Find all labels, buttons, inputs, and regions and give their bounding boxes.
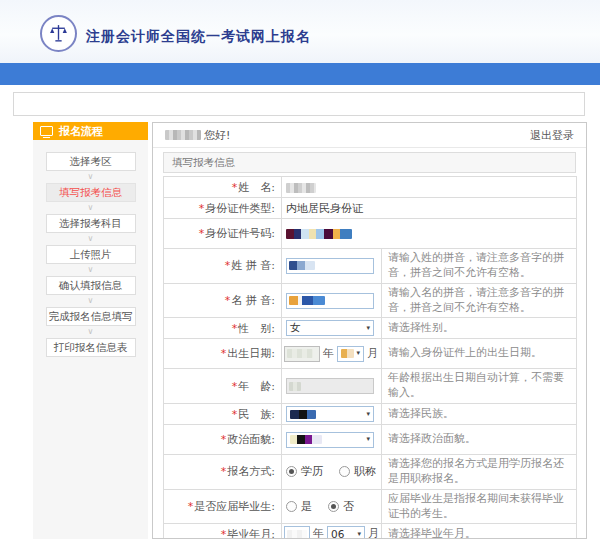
required-asterisk: * — [199, 202, 205, 215]
political-status-select[interactable]: ▾ — [286, 432, 374, 448]
field-label: 名 拼 音: — [231, 294, 275, 307]
unit-month: 月 — [367, 347, 378, 360]
registration-form: *姓 名: *身份证件类型: 内地居民身份证 *身份证件号码: *姓 拼 音: … — [163, 176, 577, 539]
radio-selected-icon — [286, 466, 297, 477]
redacted-name-value — [286, 183, 316, 193]
step-upload-photo[interactable]: 上传照片 — [46, 245, 136, 264]
unit-month: 月 — [368, 527, 379, 539]
chevron-down-icon: ∨ — [88, 264, 94, 276]
radio-title[interactable]: 职称 — [339, 464, 376, 479]
chevron-down-icon: ∨ — [88, 202, 94, 214]
field-hint: 请选择您的报名方式是用学历报名还是用职称报名。 — [382, 455, 577, 490]
step-fill-info[interactable]: 填写报考信息 — [46, 183, 136, 202]
redacted-givenname-pinyin — [289, 296, 325, 305]
birth-month-select[interactable]: ▾ — [337, 346, 364, 362]
radio-no[interactable]: 否 — [328, 499, 354, 514]
graduation-year-input[interactable] — [284, 526, 310, 539]
required-asterisk: * — [221, 465, 227, 478]
step-print-form[interactable]: 打印报名信息表 — [46, 338, 136, 357]
sidebar-title: 报名流程 — [59, 124, 103, 139]
required-asterisk: * — [232, 181, 238, 194]
redacted-ethnicity — [290, 410, 316, 419]
section-title: 填写报考信息 — [163, 152, 576, 173]
surname-pinyin-input[interactable] — [286, 258, 374, 274]
form-row-graduation-date: *毕业年月: 年06▾月 请选择毕业年月。 — [164, 524, 577, 539]
field-label: 是否应届毕业生: — [194, 500, 275, 513]
field-label: 姓 拼 音: — [231, 259, 275, 272]
required-asterisk: * — [221, 433, 227, 446]
dropdown-arrow-icon: ▾ — [357, 531, 361, 538]
main-panel: 您好! 退出登录 填写报考信息 *姓 名: *身份证件类型: 内地居民身份证 *… — [152, 122, 587, 539]
greeting-bar: 您好! 退出登录 — [153, 123, 586, 148]
chevron-down-icon: ∨ — [88, 233, 94, 245]
field-label: 毕业年月: — [227, 528, 275, 539]
form-row-id-type: *身份证件类型: 内地居民身份证 — [164, 198, 577, 219]
id-type-value: 内地居民身份证 — [286, 202, 363, 215]
required-asterisk: * — [225, 259, 231, 272]
dropdown-arrow-icon: ▾ — [356, 350, 360, 357]
empty-toolbar — [13, 92, 585, 116]
required-asterisk: * — [221, 347, 227, 360]
logout-link[interactable]: 退出登录 — [530, 128, 574, 143]
required-asterisk: * — [232, 322, 238, 335]
unit-year: 年 — [313, 527, 324, 539]
required-asterisk: * — [188, 500, 194, 513]
site-header: 注册会计师全国统一考试网上报名 — [0, 0, 600, 63]
ethnicity-select[interactable]: ▾ — [286, 406, 374, 422]
radio-yes[interactable]: 是 — [286, 499, 312, 514]
field-label: 报名方式: — [227, 465, 275, 478]
redacted-username — [165, 130, 201, 140]
redacted-graduation-year — [287, 530, 307, 539]
age-input-disabled — [286, 378, 374, 394]
step-select-subjects[interactable]: 选择报考科目 — [46, 214, 136, 233]
redacted-birth-year — [287, 349, 313, 358]
field-hint: 请输入名的拼音，请注意多音字的拼音，拼音之间不允许有空格。 — [382, 283, 577, 318]
givenname-pinyin-input[interactable] — [286, 293, 374, 309]
step-confirm-info[interactable]: 确认填报信息 — [46, 276, 136, 295]
redacted-age — [289, 382, 301, 391]
field-label: 姓 名: — [238, 181, 275, 194]
field-label: 身份证件类型: — [205, 202, 275, 215]
sidebar-header: 报名流程 — [33, 122, 148, 140]
process-steps: 选择考区 ∨ 填写报考信息 ∨ 选择报考科目 ∨ 上传照片 ∨ 确认填报信息 ∨… — [33, 140, 148, 357]
field-label: 政治面貌: — [227, 433, 275, 446]
form-row-surname-pinyin: *姓 拼 音: 请输入姓的拼音，请注意多音字的拼音，拼音之间不允许有空格。 — [164, 249, 577, 284]
greeting: 您好! — [165, 128, 230, 143]
radio-education[interactable]: 学历 — [286, 464, 323, 479]
dropdown-arrow-icon: ▾ — [366, 436, 370, 443]
required-asterisk: * — [221, 528, 227, 539]
field-label: 年 龄: — [238, 380, 275, 393]
step-complete-info[interactable]: 完成报名信息填写 — [46, 307, 136, 326]
dropdown-arrow-icon: ▾ — [366, 411, 370, 418]
form-row-age: *年 龄: 年龄根据出生日期自动计算，不需要输入。 — [164, 369, 577, 404]
sidebar: 报名流程 选择考区 ∨ 填写报考信息 ∨ 选择报考科目 ∨ 上传照片 ∨ 确认填… — [33, 122, 148, 539]
gender-select[interactable]: 女▾ — [286, 320, 374, 336]
graduation-month-select[interactable]: 06▾ — [327, 526, 365, 539]
chevron-down-icon: ∨ — [88, 171, 94, 183]
form-row-ethnicity: *民 族: ▾ 请选择民族。 — [164, 404, 577, 425]
radio-unselected-icon — [339, 466, 350, 477]
field-hint: 请输入姓的拼音，请注意多音字的拼音，拼音之间不允许有空格。 — [382, 249, 577, 284]
unit-year: 年 — [323, 347, 334, 360]
required-asterisk: * — [199, 227, 205, 240]
field-label: 性 别: — [238, 322, 275, 335]
field-hint: 请选择民族。 — [382, 404, 577, 425]
greeting-text: 您好! — [204, 128, 230, 143]
redacted-surname-pinyin — [289, 261, 315, 270]
monitor-icon — [40, 126, 53, 136]
form-row-gender: *性 别: 女▾ 请选择性别。 — [164, 318, 577, 339]
field-hint: 请选择毕业年月。 — [382, 524, 577, 539]
cpa-logo — [40, 15, 77, 52]
form-row-registration-method: *报名方式: 学历职称 请选择您的报名方式是用学历报名还是用职称报名。 — [164, 455, 577, 490]
blue-nav-bar — [0, 63, 600, 85]
required-asterisk: * — [232, 408, 238, 421]
birth-year-input[interactable] — [284, 346, 320, 362]
radio-selected-icon — [328, 501, 339, 512]
chevron-down-icon: ∨ — [88, 295, 94, 307]
redacted-id-number — [286, 229, 352, 239]
step-select-region[interactable]: 选择考区 — [46, 152, 136, 171]
field-hint: 年龄根据出生日期自动计算，不需要输入。 — [382, 369, 577, 404]
field-hint: 请选择政治面貌。 — [382, 425, 577, 455]
field-label: 出生日期: — [227, 347, 275, 360]
field-hint: 请输入身份证件上的出生日期。 — [382, 339, 577, 369]
